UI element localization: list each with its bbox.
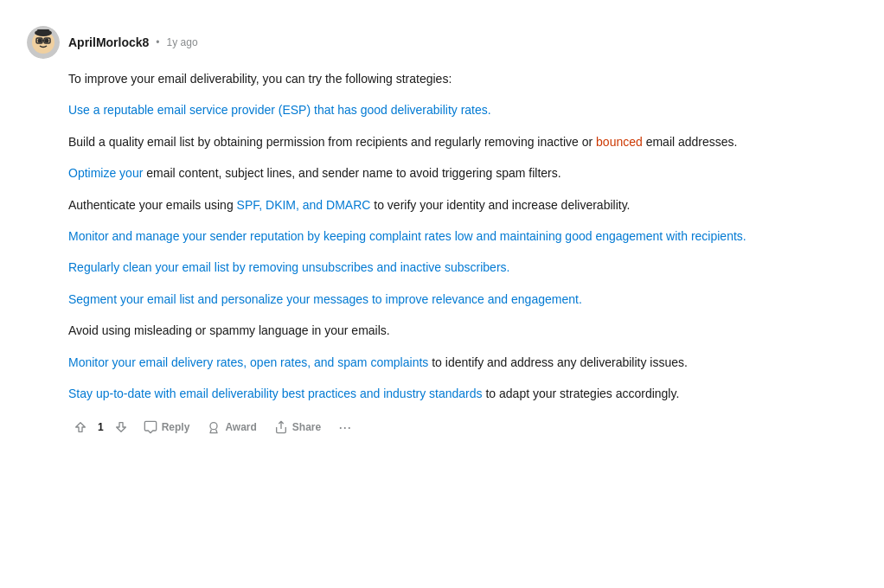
user-info: AprilMorlock8 • 1y ago — [68, 35, 198, 49]
comment-header: AprilMorlock8 • 1y ago — [27, 26, 857, 59]
paragraph-6: Monitor and manage your sender reputatio… — [68, 227, 857, 246]
share-button[interactable]: Share — [267, 415, 328, 439]
svg-point-9 — [210, 423, 217, 430]
downvote-button[interactable] — [109, 417, 133, 438]
paragraph-2: Use a reputable email service provider (… — [68, 100, 857, 119]
svg-rect-8 — [37, 29, 49, 35]
paragraph-9: Avoid using misleading or spammy languag… — [68, 321, 857, 340]
award-button[interactable]: Award — [200, 415, 263, 439]
action-bar: 1 Reply Award — [68, 415, 857, 439]
reply-button[interactable]: Reply — [137, 415, 197, 439]
timestamp: 1y ago — [167, 36, 198, 48]
paragraph-11: Stay up-to-date with email deliverabilit… — [68, 384, 857, 403]
username[interactable]: AprilMorlock8 — [68, 35, 149, 49]
svg-point-3 — [45, 39, 49, 43]
comment-container: AprilMorlock8 • 1y ago To improve your e… — [27, 17, 857, 448]
paragraph-5: Authenticate your emails using SPF, DKIM… — [68, 195, 857, 214]
paragraph-8: Segment your email list and personalize … — [68, 290, 857, 309]
paragraph-1: To improve your email deliverability, yo… — [68, 69, 857, 88]
paragraph-4: Optimize your email content, subject lin… — [68, 163, 857, 182]
avatar — [27, 26, 60, 59]
upvote-button[interactable] — [68, 417, 93, 438]
paragraph-7: Regularly clean your email list by remov… — [68, 258, 857, 277]
paragraph-3: Build a quality email list by obtaining … — [68, 132, 857, 151]
paragraph-10: Monitor your email delivery rates, open … — [68, 353, 857, 372]
svg-point-2 — [38, 39, 42, 43]
separator: • — [156, 36, 159, 48]
comment-body: To improve your email deliverability, yo… — [68, 69, 857, 439]
vote-count: 1 — [96, 421, 106, 433]
more-options-button[interactable]: ··· — [331, 416, 358, 438]
